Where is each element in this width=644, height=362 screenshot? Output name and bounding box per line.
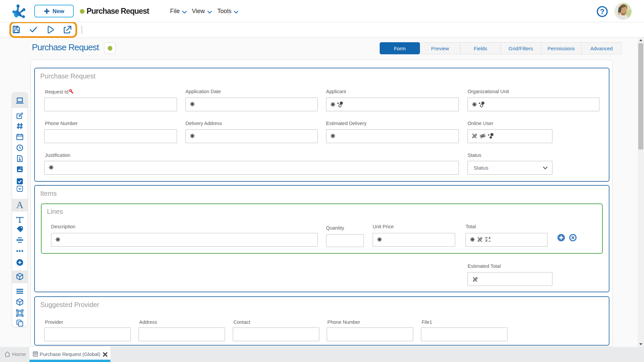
- svg-text:x: x: [489, 236, 491, 240]
- svg-text:a: a: [485, 238, 488, 243]
- svg-text:?: ?: [600, 7, 604, 16]
